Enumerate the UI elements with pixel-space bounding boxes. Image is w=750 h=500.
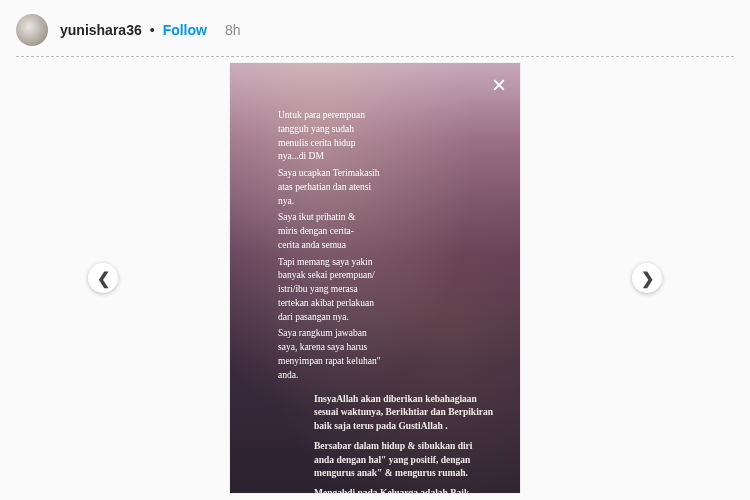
separator-dot: • (150, 22, 155, 38)
chevron-left-icon: ❮ (97, 269, 110, 288)
story-paragraph: Saya ucapkan Terimakasih atas perhatian … (278, 167, 458, 208)
prev-story-button[interactable]: ❮ (88, 263, 118, 293)
story-header: yunishara36 • Follow 8h (0, 0, 750, 56)
timestamp: 8h (225, 22, 241, 38)
close-icon[interactable]: × (492, 73, 506, 97)
story-stage: ❮ × Untuk para perempuan tangguh yang su… (0, 63, 750, 493)
story-paragraph: Bersabar dalam hidup & sibukkan diri and… (314, 440, 494, 481)
story-paragraph: InsyaAllah akan diberikan kebahagiaan se… (314, 393, 494, 434)
instagram-story-viewer: yunishara36 • Follow 8h ❮ × Untuk para p… (0, 0, 750, 500)
story-paragraph: Saya rangkum jawaban saya, karena saya h… (278, 327, 458, 382)
divider (16, 56, 734, 57)
story-highlight-block: InsyaAllah akan diberikan kebahagiaan se… (278, 393, 502, 493)
chevron-right-icon: ❯ (641, 269, 654, 288)
next-story-button[interactable]: ❯ (632, 263, 662, 293)
avatar[interactable] (16, 14, 48, 46)
story-paragraph: Tapi memang saya yakin banyak sekai pere… (278, 256, 458, 325)
story-frame[interactable]: × Untuk para perempuan tangguh yang suda… (230, 63, 520, 493)
follow-button[interactable]: Follow (163, 22, 207, 38)
story-paragraph: Saya ikut prihatin & miris dengan cerita… (278, 211, 458, 252)
username[interactable]: yunishara36 (60, 22, 142, 38)
story-paragraph: Untuk para perempuan tangguh yang sudah … (278, 109, 458, 164)
story-paragraph: Mengabdi pada Keluarga adalah Baik . (314, 487, 494, 493)
story-text: Untuk para perempuan tangguh yang sudah … (230, 63, 520, 493)
